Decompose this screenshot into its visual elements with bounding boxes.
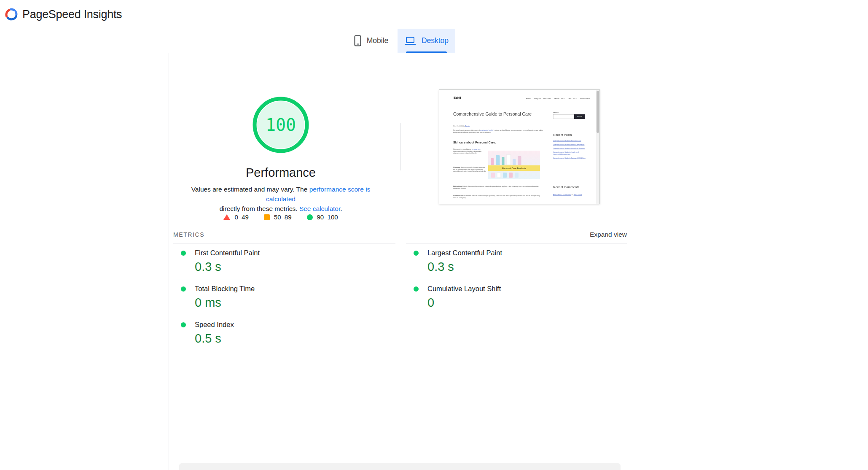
mini-page: Ezhil Home Baby and Child Care▾ Health C… [439, 90, 597, 204]
tab-mobile-label: Mobile [367, 36, 389, 45]
metric-name: Largest Contentful Paint [427, 249, 502, 257]
mini-site-name: Ezhil [454, 96, 461, 100]
chevron-down-icon: ▾ [564, 98, 565, 99]
product-icon [503, 173, 507, 178]
pass-circle-icon [181, 251, 186, 256]
performance-gauge[interactable]: 100 [251, 95, 310, 154]
fail-triangle-icon [223, 214, 230, 220]
report-card: 100 Performance Values are estimated and… [169, 53, 630, 470]
mini-product-caption: Personal Care Products [488, 165, 540, 171]
tab-mobile[interactable]: Mobile [345, 29, 398, 53]
metric-row-cls: Cumulative Layout Shift 0 [406, 279, 627, 315]
performance-score: 100 [251, 95, 310, 154]
mini-post-link: Comprehensive Guide to Household Supplie… [553, 147, 586, 149]
mini-nav-item: Vision Care▾ [580, 97, 590, 100]
metric-name: First Contentful Paint [195, 249, 260, 257]
mini-recent-comments-heading: Recent Comments [553, 185, 579, 189]
metric-value: 0 ms [195, 296, 395, 309]
mini-post-title: Comprehensive Guide to Personal Care [453, 111, 535, 117]
chevron-down-icon: ▾ [576, 98, 577, 99]
disclaimer-text: Values are estimated and may vary. The [191, 186, 309, 193]
pagespeed-insights-page: PageSpeed Insights Mobile Desktop 100 Pe… [0, 0, 868, 470]
pass-circle-icon [414, 251, 419, 256]
mini-nav: Home Baby and Child Care▾ Health Care▾ O… [526, 97, 590, 100]
mini-sun-paragraph: Sun Protection: Protect the skin from ha… [453, 194, 540, 199]
mini-recent-posts-list: Comprehensive Guide to Personal Care Com… [553, 140, 586, 161]
mini-scrollbar [596, 90, 599, 204]
product-icon [509, 173, 513, 178]
bottle-icon [513, 159, 516, 165]
legend-pass-label: 90–100 [317, 213, 338, 221]
pass-circle-icon [181, 286, 186, 292]
mini-search-form: Search [553, 114, 585, 119]
metrics-heading: METRICS [173, 231, 204, 238]
mini-recent-posts-heading: Recent Posts [553, 133, 572, 137]
legend-average-label: 50–89 [274, 213, 292, 221]
score-legend: 0–49 50–89 90–100 [169, 213, 392, 221]
app-title: PageSpeed Insights [22, 8, 122, 21]
legend-fail-label: 0–49 [234, 213, 248, 221]
mini-moisturizing-paragraph: Moisturizing: Hydrate the skin with a mo… [453, 185, 540, 189]
legend-item-average: 50–89 [264, 213, 292, 221]
mini-comment: A WordPress Commenter on Hello world! [553, 194, 586, 196]
metrics-column-left: First Contentful Paint 0.3 s Total Block… [173, 243, 395, 351]
chevron-down-icon: ▾ [589, 98, 590, 99]
tab-desktop[interactable]: Desktop [398, 29, 455, 53]
metric-value: 0.3 s [427, 260, 627, 273]
laptop-icon [404, 36, 416, 46]
metric-value: 0.3 s [195, 260, 395, 273]
mini-search-label: Search [553, 111, 559, 113]
product-icon [497, 173, 501, 178]
tab-desktop-label: Desktop [422, 36, 449, 45]
average-square-icon [264, 214, 270, 220]
pagespeed-logo-icon[interactable] [4, 7, 19, 22]
expand-view-button[interactable]: Expand view [590, 231, 627, 238]
bottle-icon [518, 156, 521, 165]
mini-product-image: Personal Care Products [488, 151, 540, 179]
mini-post-link: Comprehensive Guide to Personal Care [553, 140, 586, 142]
pass-circle-icon [181, 322, 186, 327]
metrics-column-right: Largest Contentful Paint 0.3 s Cumulativ… [406, 243, 627, 315]
mini-nav-item: Baby and Child Care▾ [534, 97, 551, 100]
chevron-down-icon: ▾ [550, 98, 551, 99]
mini-product-row [491, 173, 519, 178]
legend-item-fail: 0–49 [223, 213, 248, 221]
mini-scrollbar-thumb [597, 91, 599, 133]
mini-product-bottles [491, 154, 537, 165]
mini-section-heading: Skincare about Personal Care. [453, 140, 496, 144]
disclaimer-text: . [340, 205, 342, 212]
metric-row-speed-index: Speed Index 0.5 s [173, 315, 395, 351]
metric-value: 0.5 s [195, 332, 395, 345]
pass-circle-icon [307, 214, 313, 220]
bottle-icon [496, 155, 500, 165]
metric-row-tbt: Total Blocking Time 0 ms [173, 279, 395, 315]
score-disclaimer: Values are estimated and may vary. The p… [180, 184, 382, 213]
bottle-icon [502, 157, 505, 165]
mini-post-link: Comprehensive Guide to Medical Equipment [553, 143, 586, 146]
mini-author-link: Admin [465, 125, 470, 127]
metrics-header-row: METRICS Expand view [173, 231, 627, 238]
app-header: PageSpeed Insights [0, 0, 868, 29]
product-icon [491, 173, 495, 178]
metric-row-lcp: Largest Contentful Paint 0.3 s [406, 243, 627, 279]
mini-cleansing-paragraph: Cleansing: Start with a gentle cleanser … [453, 166, 486, 172]
smartphone-icon [354, 35, 361, 46]
mini-post-link: Comprehensive Guide to Health and Househ… [553, 151, 586, 155]
mini-inline-link: maintaining health [480, 129, 493, 131]
page-screenshot-thumbnail: Ezhil Home Baby and Child Care▾ Health C… [439, 89, 600, 204]
collapsed-section-bar[interactable] [179, 463, 621, 470]
metric-name: Cumulative Layout Shift [427, 285, 501, 293]
mini-nav-item: Health Care▾ [554, 97, 564, 100]
bottle-icon [506, 154, 511, 165]
bottle-icon [491, 158, 494, 165]
mini-nav-item: Oral Care▾ [568, 97, 577, 100]
metric-row-fcp: First Contentful Paint 0.3 s [173, 243, 395, 279]
pass-circle-icon [414, 286, 419, 292]
see-calculator-link[interactable]: See calculator [299, 205, 340, 212]
legend-item-pass: 90–100 [307, 213, 338, 221]
gauge-thumbnail-divider [400, 123, 400, 170]
disclaimer-text: directly from these metrics. [219, 205, 299, 212]
performance-title: Performance [169, 166, 392, 180]
mini-post-link: Comprehensive Guide to Baby and Child Ca… [553, 157, 586, 159]
mini-inline-link: personal care [472, 149, 481, 150]
